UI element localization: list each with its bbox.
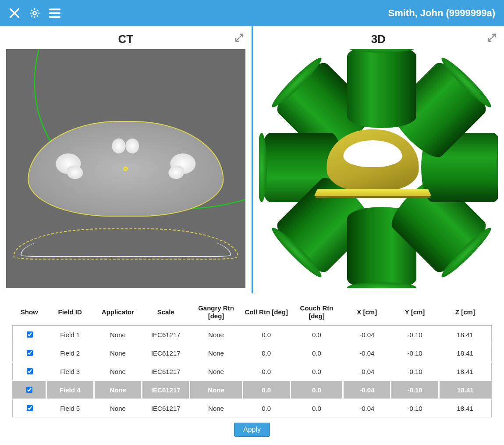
cell-show	[13, 362, 46, 381]
cell-couch-rtn: 0.0	[290, 344, 343, 362]
cell-scale: IEC61217	[142, 399, 190, 417]
ct-title: CT	[118, 32, 133, 46]
cell-z: 18.41	[439, 381, 491, 399]
cell-coll-rtn: 0.0	[242, 399, 290, 417]
cell-z: 18.41	[439, 326, 491, 344]
ct-pane: CT	[0, 26, 252, 293]
col-coll-rtn[interactable]: Coll Rtn [deg]	[242, 302, 290, 326]
cell-scale: IEC61217	[142, 326, 190, 344]
col-show[interactable]: Show	[13, 302, 46, 326]
cell-field-id: Field 5	[46, 399, 94, 417]
threed-viewport[interactable]	[259, 49, 498, 288]
cell-couch-rtn: 0.0	[290, 399, 343, 417]
patient-label: Smith, John (9999999a)	[388, 7, 495, 19]
cell-z: 18.41	[439, 399, 491, 417]
col-applicator[interactable]: Applicator	[94, 302, 142, 326]
col-gantry-rtn[interactable]: Gangry Rtn [deg]	[190, 302, 242, 326]
cell-gantry-rtn: None	[190, 399, 242, 417]
col-x[interactable]: X [cm]	[343, 302, 391, 326]
cell-gantry-rtn: None	[190, 362, 242, 381]
isocenter-marker	[124, 167, 128, 171]
col-scale[interactable]: Scale	[142, 302, 190, 326]
table-row[interactable]: Field 1NoneIEC61217None0.00.0-0.04-0.101…	[13, 326, 492, 344]
cell-coll-rtn: 0.0	[242, 362, 290, 381]
cell-x: -0.04	[343, 326, 391, 344]
cell-show	[13, 326, 46, 344]
viewer-row: CT 3D	[0, 26, 504, 294]
cell-coll-rtn: 0.0	[242, 344, 290, 362]
cell-y: -0.10	[391, 344, 439, 362]
table-row[interactable]: Field 3NoneIEC61217None0.00.0-0.04-0.101…	[13, 362, 492, 381]
close-icon[interactable]	[6, 5, 23, 21]
col-y[interactable]: Y [cm]	[391, 302, 439, 326]
cell-x: -0.04	[343, 362, 391, 381]
cell-x: -0.04	[343, 344, 391, 362]
app-topbar: Smith, John (9999999a)	[0, 0, 504, 26]
menu-icon[interactable]	[46, 5, 63, 21]
table-row[interactable]: Field 4NoneIEC61217None0.00.0-0.04-0.101…	[13, 381, 492, 399]
cell-show	[13, 381, 46, 399]
cell-show	[13, 399, 46, 417]
cell-applicator: None	[94, 381, 142, 399]
gear-icon[interactable]	[26, 5, 43, 21]
cell-gantry-rtn: None	[190, 326, 242, 344]
anatomy-model	[327, 129, 430, 199]
cell-couch-rtn: 0.0	[290, 326, 343, 344]
cell-gantry-rtn: None	[190, 344, 242, 362]
show-checkbox[interactable]	[26, 387, 32, 393]
cell-couch-rtn: 0.0	[290, 362, 343, 381]
cell-x: -0.04	[343, 399, 391, 417]
cell-field-id: Field 4	[46, 381, 94, 399]
show-checkbox[interactable]	[27, 368, 33, 374]
threed-pane: 3D	[252, 26, 504, 293]
col-couch-rtn[interactable]: Couch Rtn [deg]	[290, 302, 343, 326]
svg-point-2	[33, 11, 36, 14]
cell-x: -0.04	[343, 381, 391, 399]
table-row[interactable]: Field 5NoneIEC61217None0.00.0-0.04-0.101…	[13, 399, 492, 417]
cell-field-id: Field 2	[46, 344, 94, 362]
beam-cylinder	[347, 49, 416, 128]
cell-y: -0.10	[391, 381, 439, 399]
cell-applicator: None	[94, 399, 142, 417]
show-checkbox[interactable]	[27, 405, 33, 411]
table-header-row: Show Field ID Applicator Scale Gangry Rt…	[13, 302, 492, 326]
show-checkbox[interactable]	[27, 350, 33, 356]
cell-scale: IEC61217	[142, 362, 190, 381]
cell-gantry-rtn: None	[190, 381, 242, 399]
threed-title: 3D	[371, 32, 386, 46]
cell-z: 18.41	[439, 362, 491, 381]
cell-y: -0.10	[391, 362, 439, 381]
cell-applicator: None	[94, 362, 142, 381]
cell-y: -0.10	[391, 326, 439, 344]
cell-show	[13, 344, 46, 362]
cell-scale: IEC61217	[142, 344, 190, 362]
cell-applicator: None	[94, 344, 142, 362]
cell-scale: IEC61217	[142, 381, 190, 399]
cell-coll-rtn: 0.0	[242, 381, 290, 399]
field-table-section: Show Field ID Applicator Scale Gangry Rt…	[0, 294, 504, 439]
apply-button[interactable]: Apply	[234, 423, 270, 437]
cell-y: -0.10	[391, 399, 439, 417]
cell-couch-rtn: 0.0	[290, 381, 343, 399]
cell-field-id: Field 3	[46, 362, 94, 381]
cell-field-id: Field 1	[46, 326, 94, 344]
expand-icon[interactable]	[486, 32, 498, 44]
col-field-id[interactable]: Field ID	[46, 302, 94, 326]
expand-icon[interactable]	[234, 32, 245, 44]
table-row[interactable]: Field 2NoneIEC61217None0.00.0-0.04-0.101…	[13, 344, 492, 362]
col-z[interactable]: Z [cm]	[439, 302, 491, 326]
cell-applicator: None	[94, 326, 142, 344]
ct-viewport[interactable]	[6, 49, 245, 288]
show-checkbox[interactable]	[27, 331, 33, 338]
field-table: Show Field ID Applicator Scale Gangry Rt…	[12, 302, 492, 417]
cell-coll-rtn: 0.0	[242, 326, 290, 344]
cell-z: 18.41	[439, 344, 491, 362]
